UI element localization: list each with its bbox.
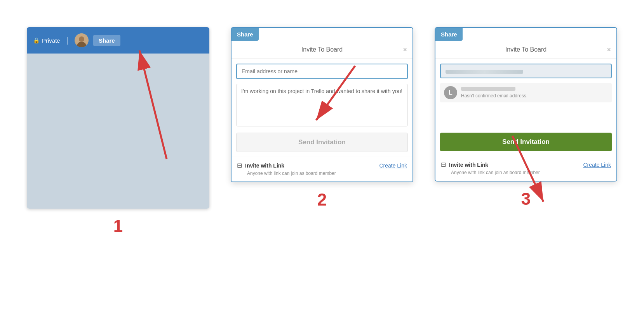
step2-message-textarea[interactable]: I'm working on this project in Trello an… [236,84,408,126]
step3-create-link-button[interactable]: Create Link [583,162,611,168]
private-text: Private [42,37,60,44]
lock-icon: 🔒 [33,37,40,43]
step2-close-button[interactable]: × [403,46,407,54]
share-button[interactable]: Share [93,35,120,46]
step3-link-icon: ⊟ [441,161,446,168]
step3-modal: Share Invite To Board × L Hasn't confirm… [435,27,617,182]
step3-suggestion-sub: Hasn't confirmed email address. [461,93,608,99]
step2-invite-link-section: ⊟ Invite with Link Create Link Anyone wi… [231,157,413,182]
step1-number: 1 [113,216,123,236]
step2-invite-link-desc: Anyone with link can join as board membe… [247,171,407,176]
step3-suggestion-name-blurred [461,87,515,91]
step3-invite-link-desc: Anyone with link can join as board membe… [451,170,611,175]
step3-title-bar: Invite To Board × [435,41,616,59]
step2-email-input[interactable] [236,64,408,79]
step3-suggestion-row[interactable]: L Hasn't confirmed email address. [440,83,612,102]
step3-email-filled[interactable] [440,64,612,78]
step3-send-button[interactable]: Send Invitation [440,133,612,151]
step3-invite-link-section: ⊟ Invite with Link Create Link Anyone wi… [435,156,616,181]
step3-close-button[interactable]: × [607,46,611,54]
link-icon: ⊟ [237,162,242,169]
private-share-bar: 🔒 Private | Share [27,27,209,54]
board-body [27,54,209,209]
step2-number: 2 [317,190,327,209]
step2-share-tab: Share [231,28,259,41]
step2-modal: Share Invite To Board × I'm working on t… [231,27,413,182]
step3-suggestion-info: Hasn't confirmed email address. [461,87,608,99]
step2-invite-link-label: Invite with Link [245,162,284,169]
divider: | [66,36,68,45]
step3-share-tab: Share [435,28,463,41]
step2-send-button: Send Invitation [236,133,408,152]
step2-modal-title: Invite To Board [301,46,343,53]
step3-suggestion-avatar: L [444,86,457,99]
step3-invite-link-label: Invite with Link [449,162,488,168]
step3-number: 3 [521,189,531,209]
step3-spacer [435,105,616,133]
step3-modal-title: Invite To Board [505,46,547,53]
step2-title-bar: Invite To Board × [231,41,413,59]
step2-create-link-button[interactable]: Create Link [379,162,407,169]
private-label-group: 🔒 Private [33,37,60,44]
avatar [75,33,89,47]
